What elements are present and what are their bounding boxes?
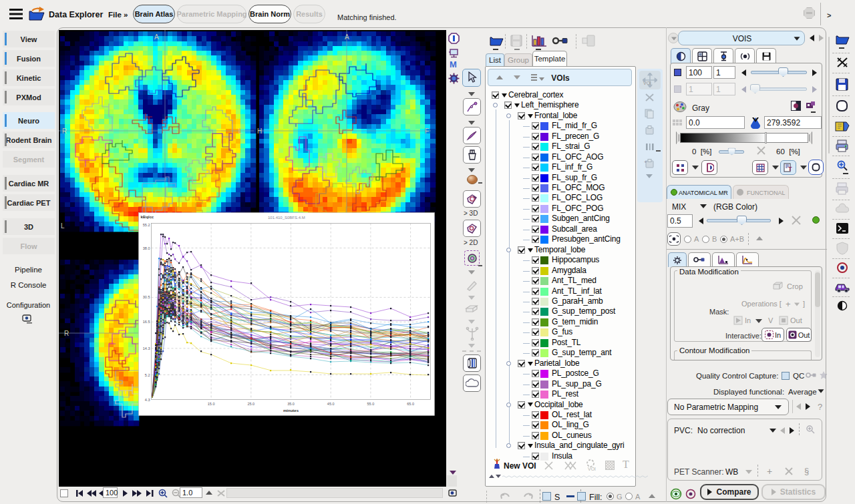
- svg-text:L: L: [238, 128, 242, 135]
- svg-text:VOI: VOI: [588, 467, 596, 471]
- svg-text:4.3: 4.3: [145, 398, 150, 402]
- svg-text:R: R: [64, 330, 69, 337]
- svg-text:65.0: 65.0: [407, 402, 414, 406]
- svg-text:A: A: [154, 33, 159, 41]
- svg-text:R: R: [62, 128, 67, 135]
- svg-text:45.0: 45.0: [327, 402, 335, 406]
- svg-text:25.0: 25.0: [247, 402, 254, 406]
- svg-text:minutes: minutes: [283, 409, 299, 413]
- svg-text:35.0: 35.0: [287, 402, 295, 406]
- svg-text:A: A: [345, 33, 349, 41]
- svg-text:55.2: 55.2: [143, 223, 150, 227]
- svg-text:T: T: [788, 166, 792, 172]
- svg-text:+: +: [644, 159, 647, 165]
- svg-text:5.2: 5.2: [145, 373, 150, 377]
- svg-text:30.5: 30.5: [143, 295, 150, 299]
- svg-text:55.0: 55.0: [367, 402, 375, 406]
- svg-text:16.5: 16.5: [143, 320, 150, 324]
- svg-text:kBq/cc: kBq/cc: [141, 215, 154, 219]
- svg-text:14.3: 14.3: [143, 346, 150, 350]
- svg-text:H: H: [257, 128, 262, 135]
- svg-text:L: L: [61, 222, 65, 230]
- svg-text:38.0: 38.0: [143, 246, 150, 250]
- svg-text:101.410_S0BFS.4.M: 101.410_S0BFS.4.M: [268, 216, 305, 220]
- svg-text:15.0: 15.0: [208, 402, 215, 406]
- svg-text:F: F: [425, 128, 429, 135]
